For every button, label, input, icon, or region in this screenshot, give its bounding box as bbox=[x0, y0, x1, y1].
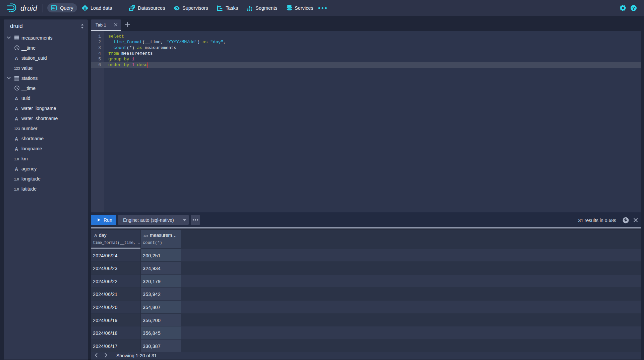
svg-text:?: ? bbox=[632, 6, 635, 11]
